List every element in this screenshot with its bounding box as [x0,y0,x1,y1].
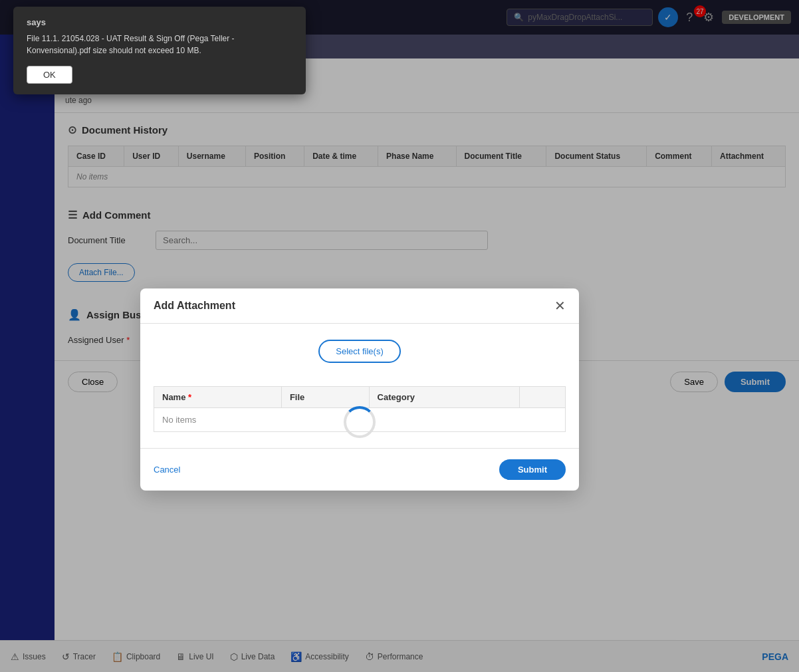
modal-close-button[interactable]: ✕ [554,299,566,312]
add-attachment-modal: Add Attachment ✕ Select file(s) Name Fil… [140,288,579,491]
modal-header: Add Attachment ✕ [140,288,579,324]
modal-title: Add Attachment [154,300,235,312]
loading-spinner [344,406,376,438]
modal-submit-button[interactable]: Submit [499,459,566,480]
modal-body: Select file(s) Name File Category No ite… [140,324,579,448]
modal-footer: Cancel Submit [140,448,579,491]
attachment-col-file: File [281,386,369,407]
spinner-container: Select file(s) [154,340,566,380]
attachment-col-name: Name [154,386,282,407]
attachment-col-category: Category [369,386,519,407]
attachment-table-header: Name File Category [154,386,566,407]
alert-ok-button[interactable]: OK [27,66,72,84]
alert-dialog: says File 11.1. 21054.028 - UAT Result &… [13,7,306,94]
select-files-button[interactable]: Select file(s) [318,340,401,363]
modal-cancel-button[interactable]: Cancel [154,465,180,475]
alert-message: File 11.1. 21054.028 - UAT Result & Sign… [27,33,292,56]
modal-backdrop: Add Attachment ✕ Select file(s) Name Fil… [0,0,799,672]
alert-title: says [27,17,292,27]
attachment-col-actions [519,386,565,407]
